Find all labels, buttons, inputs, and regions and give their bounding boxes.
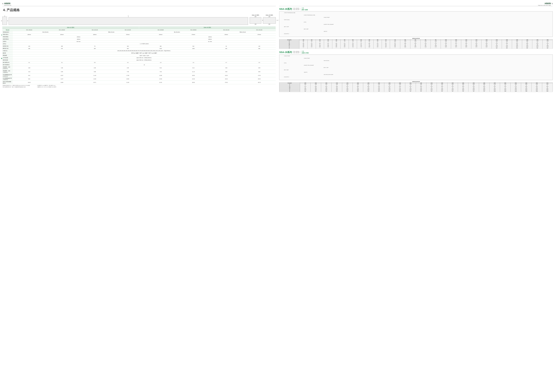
- ssa20-width: 229: [263, 16, 276, 17]
- section-title: 4. 产品规格: [3, 8, 276, 12]
- ssa20-label: SSA-20 系列: [263, 14, 276, 16]
- page-number-right: 5: [552, 3, 553, 5]
- right-blocks-container: SSA-18系列SSA-18S100SSA-18C100行程200~15002-…: [279, 7, 553, 92]
- ssa18-base: 185: [250, 24, 261, 25]
- header-right: HIWIN Single-Axis Linear Motor Stage 5: [279, 2, 553, 6]
- ssa20-base: 206: [263, 24, 276, 25]
- note-1: ※量测在花岗岩平台上，量测方式依照HIWIN MIKROSYSTEM标准: [2, 85, 30, 86]
- series-block-1: SSA-18系列SSA-18S100SSA-18C100行程1550~27006…: [279, 50, 553, 92]
- draw-note: 2-Ø3 THRU, Ø8 H7x10DP: [324, 74, 333, 75]
- series-hdr-20: SSA-20 系列: [139, 26, 276, 29]
- dimension-table-1: Stroke[ST]155016001650170017501800185019…: [279, 82, 553, 92]
- draw-note: 120[TYP]: [304, 72, 307, 73]
- draw-note: 4-M4x0.7Px8DP: [324, 17, 330, 18]
- page-number-left: 4: [2, 3, 3, 5]
- ssa18-label: SSA-18 系列: [250, 14, 261, 16]
- schematic-row: H W B L A SSA-18 系列 203 88.7 185 SSA-20 …: [2, 14, 276, 25]
- draw-note: 120[TYP]: [324, 31, 327, 32]
- draw-note: 6-M4x0.7Px6DP,[Stroke>1200]: [304, 15, 315, 15]
- series-hdr-18: SSA-18 系列: [2, 26, 139, 29]
- draw-note: 2-M4x0.7Px6DP,[Stroke≤1200]: [284, 12, 295, 13]
- draw-note: Ø8 H7 x 8DP: [284, 26, 289, 27]
- brand-logo-right: HIWIN: [538, 2, 551, 5]
- technical-drawing-1: 6-M4x0.7Px6DP4-M4x0.7Px8DP3x40=120 (5m)(…: [279, 55, 553, 80]
- dim-B: B: [7, 20, 8, 21]
- dim-table-title: 18S100,18C100: [279, 81, 553, 82]
- draw-note: 2xN-Ø5.5 THRU, Ø10x5DP: [304, 65, 314, 66]
- draw-note: 2xN-Ø5.5 THRU, Ø10x5DP: [324, 24, 334, 25]
- spec-table: ModelSSA-18S100SSA-18S200SSA-18C100SSA-1…: [2, 29, 276, 84]
- right-sub: Single-Axis Linear Motor Stage: [538, 5, 551, 6]
- draw-note: Ø8 H7 x 8DP: [324, 67, 329, 68]
- series-models: SSA-18S100SSA-18C100: [293, 8, 300, 10]
- dim-table-title: 18S100,18C100: [279, 38, 553, 39]
- series-title: SSA-18系列SSA-18S100SSA-18C100行程1550~2700: [279, 50, 553, 54]
- series-name: SSA-18系列: [279, 7, 292, 11]
- ssa18-width: 203: [250, 16, 261, 17]
- draw-note: Ø8 H7 x8DP: [284, 70, 289, 70]
- dim-A: A: [128, 16, 129, 17]
- series-block-0: SSA-18系列SSA-18S100SSA-18C100行程200~15002-…: [279, 7, 553, 49]
- dim-W: W: [1, 20, 2, 21]
- stroke-label: 行程: [302, 51, 304, 52]
- series-models: SSA-18S100SSA-18C100: [293, 51, 300, 53]
- note-4: ※极限NPN NC, DC12-24V 线色棕+,蓝-,黑讯号: [37, 86, 56, 88]
- series-title: SSA-18系列SSA-18S100SSA-18C100行程200~1500: [279, 7, 553, 11]
- draw-note: (N-3)x120=LC: [284, 77, 289, 77]
- draw-note: 6-M4x0.7Px6DP: [284, 56, 290, 56]
- stroke-range: 1550~2700: [302, 52, 309, 54]
- draw-note: (N-3)x120=LC: [284, 33, 289, 34]
- dim-H: H: [4, 15, 5, 17]
- ssa20-front-diagram: 91.7: [263, 17, 276, 24]
- page-right: HIWIN Single-Axis Linear Motor Stage 5 S…: [279, 2, 553, 94]
- doc-code: MM16TS01-1907: [4, 5, 11, 6]
- draw-note: 3x40=120 (3m): [284, 19, 290, 20]
- dim-L: L: [128, 15, 129, 16]
- technical-drawing-0: 2-M4x0.7Px6DP,[Stroke≤1200]6-M4x0.7Px6DP…: [279, 11, 553, 37]
- draw-note: 3x40=120 (5m): [324, 60, 329, 61]
- note-2: ※最大速度依照行程、负载、读头解析度和电机推力决定: [2, 86, 30, 88]
- stroke-range: 200~1500: [302, 9, 308, 11]
- note-3: ※使用数字0.1μm光栅尺时，最大速度1.5m/s: [37, 85, 56, 86]
- series-header-row: SSA-18 系列 SSA-20 系列: [2, 26, 276, 29]
- draw-note: (0.4m): [284, 63, 286, 63]
- brand-logo: HIWIN: [4, 2, 11, 5]
- draw-note: 4-M4x0.7Px8DP: [304, 58, 310, 59]
- side-view-diagram: W B: [2, 17, 7, 25]
- header-left: 4 HIWIN MM16TS01-1907: [2, 2, 276, 6]
- footnotes: ※量测在花岗岩平台上，量测方式依照HIWIN MIKROSYSTEM标准 ※最大…: [2, 85, 276, 88]
- draw-note: (0.4m): [304, 22, 306, 22]
- ssa18-front-diagram: 88.7: [250, 17, 261, 24]
- draw-note: Ø8 H7 x8DP: [304, 29, 308, 29]
- page-left: 4 HIWIN MM16TS01-1907 4. 产品规格 H W B L A …: [2, 2, 276, 94]
- dimension-table-0: Stroke[ST]200250300350400450500550600650…: [279, 39, 553, 49]
- ssa20-height: 91.7: [277, 20, 279, 21]
- top-view-diagram: [9, 17, 248, 25]
- series-name: SSA-18系列: [279, 51, 292, 54]
- stroke-label: 行程: [302, 7, 304, 9]
